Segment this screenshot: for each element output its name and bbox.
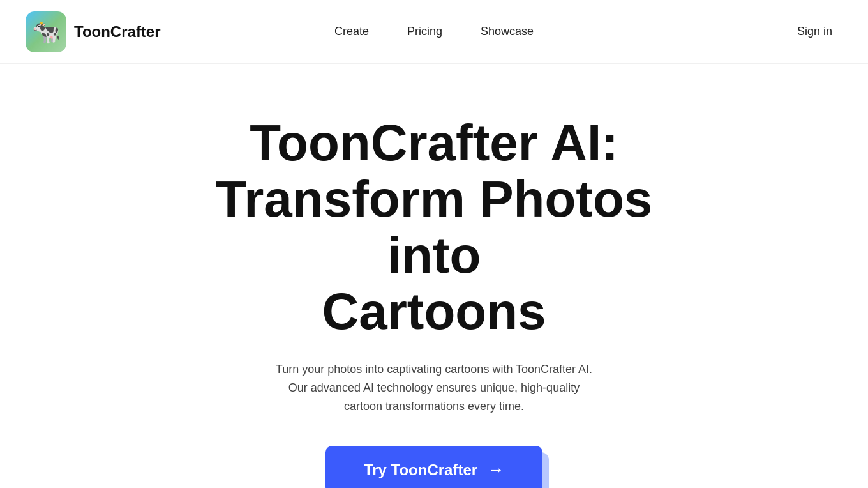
hero-title: ToonCrafter AI: Transform Photos into Ca… (179, 115, 689, 340)
nav-auth: Sign in (787, 20, 842, 43)
nav-showcase[interactable]: Showcase (481, 25, 534, 38)
nav-pricing[interactable]: Pricing (407, 25, 442, 38)
cta-wrapper: Try ToonCrafter → (326, 446, 542, 488)
brand: 🐄 ToonCrafter (26, 11, 161, 52)
hero-section: ToonCrafter AI: Transform Photos into Ca… (0, 64, 868, 488)
hero-title-line3: Cartoons (322, 283, 546, 340)
nav-links: Create Pricing Showcase (334, 25, 534, 38)
cta-label: Try ToonCrafter (364, 461, 477, 479)
hero-subtitle: Turn your photos into captivating cartoo… (268, 360, 600, 415)
nav-create[interactable]: Create (334, 25, 369, 38)
logo-emoji: 🐄 (32, 19, 61, 45)
sign-in-button[interactable]: Sign in (787, 20, 842, 43)
hero-title-line1: ToonCrafter AI: (250, 114, 618, 171)
brand-name: ToonCrafter (74, 23, 161, 41)
cta-arrow-icon: → (488, 460, 504, 480)
cta-button[interactable]: Try ToonCrafter → (326, 446, 542, 488)
navbar: 🐄 ToonCrafter Create Pricing Showcase Si… (0, 0, 868, 64)
hero-title-line2: Transform Photos into (216, 171, 653, 284)
logo-image: 🐄 (26, 11, 66, 52)
